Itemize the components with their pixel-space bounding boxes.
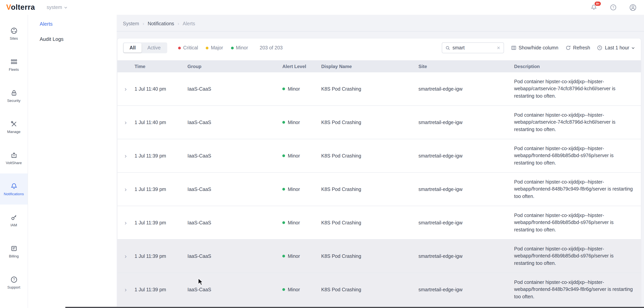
volterra-logo[interactable]: Volterra — [6, 3, 35, 12]
alert-level-text: Minor — [288, 186, 300, 192]
refresh-icon — [565, 45, 571, 50]
sidebar-item-sites[interactable]: Sites — [0, 18, 28, 49]
filter-all-button[interactable]: All — [124, 43, 142, 52]
logo-v-mark: V — [6, 3, 11, 12]
row-expand-chevron[interactable]: › — [120, 86, 134, 92]
row-expand-chevron[interactable]: › — [120, 186, 134, 192]
cell-site: smartretail-edge-igw — [418, 253, 514, 259]
table-row[interactable]: › 1 Jul 11:40 pm IaaS-CaaS Minor K8S Pod… — [118, 72, 641, 106]
cell-display-name: K8S Pod Crashing — [321, 120, 418, 125]
table-row[interactable]: › 1 Jul 11:39 pm IaaS-CaaS Minor K8S Pod… — [118, 206, 641, 240]
tools-icon — [10, 120, 18, 128]
cell-site: smartretail-edge-igw — [418, 153, 514, 158]
col-group[interactable]: Group — [188, 64, 282, 69]
cell-description: Pod container hipster-co-xijddjxp--hipst… — [514, 241, 635, 272]
chevron-down-icon — [632, 47, 635, 49]
table-row[interactable]: › 1 Jul 11:39 pm IaaS-CaaS Minor K8S Pod… — [118, 240, 641, 273]
cell-group: IaaS-CaaS — [188, 86, 282, 92]
sidebar-item-security[interactable]: Security — [0, 80, 28, 111]
breadcrumb-separator: › — [142, 21, 144, 26]
sidebar-item-fleets[interactable]: Fleets — [0, 49, 28, 80]
search-icon — [445, 45, 450, 50]
alerts-card: All Active Critical Major — [118, 38, 641, 308]
main-content: System › Notifications › Alerts All Acti… — [117, 15, 644, 308]
col-site[interactable]: Site — [418, 64, 514, 69]
filter-active-button[interactable]: Active — [142, 43, 166, 52]
question-circle-icon: ? — [10, 276, 18, 283]
notifications-bell-button[interactable]: 9+ — [590, 3, 598, 12]
table-row[interactable]: › 1 Jul 11:40 pm IaaS-CaaS Minor K8S Pod… — [118, 106, 641, 139]
sidebar-item-voltshare[interactable]: VoltShare — [0, 142, 28, 174]
cell-description: Pod container hipster-co-xijddjxp--hipst… — [514, 140, 635, 171]
row-expand-chevron[interactable]: › — [120, 220, 134, 226]
logo-text: olterra — [11, 3, 35, 12]
cell-time: 1 Jul 11:39 pm — [134, 253, 188, 259]
sidebar-item-support[interactable]: ? Support — [0, 267, 28, 298]
alert-level-text: Minor — [288, 86, 300, 92]
bell-icon — [10, 182, 18, 190]
sidebar-item-label: Sites — [10, 36, 18, 40]
toolbar-right: ✕ Show/hide column Refresh Last 1 h — [442, 42, 635, 53]
subnav-item-audit-logs[interactable]: Audit Logs — [40, 36, 117, 42]
user-menu-button[interactable] — [628, 3, 637, 12]
cell-display-name: K8S Pod Crashing — [321, 253, 418, 259]
legend-major: Major — [206, 45, 223, 50]
secondary-nav: Alerts Audit Logs — [28, 15, 117, 308]
alert-level-dot-icon — [282, 154, 285, 157]
time-range-selector[interactable]: Last 1 hour — [597, 45, 635, 50]
table-row[interactable]: › 1 Jul 11:39 pm IaaS-CaaS Minor K8S Pod… — [118, 139, 641, 173]
clear-search-icon[interactable]: ✕ — [497, 45, 500, 50]
cell-site: smartretail-edge-igw — [418, 86, 514, 92]
sites-icon — [10, 27, 18, 34]
show-hide-column-button[interactable]: Show/hide column — [511, 45, 558, 50]
alert-level-text: Minor — [288, 287, 300, 292]
sidebar-item-billing[interactable]: Billing — [0, 236, 28, 267]
breadcrumb-separator: › — [178, 21, 179, 26]
subnav-item-alerts[interactable]: Alerts — [40, 21, 117, 27]
row-expand-chevron[interactable]: › — [120, 119, 134, 126]
breadcrumb-alerts: Alerts — [183, 21, 195, 26]
breadcrumb: System › Notifications › Alerts — [117, 15, 644, 31]
sidebar-item-manage[interactable]: Manage — [0, 111, 28, 142]
cell-alert-level: Minor — [282, 86, 321, 92]
row-expand-chevron[interactable]: › — [120, 286, 134, 293]
refresh-button[interactable]: Refresh — [565, 45, 590, 50]
col-display-name[interactable]: Display Name — [321, 64, 418, 69]
cell-display-name: K8S Pod Crashing — [321, 153, 418, 158]
cell-display-name: K8S Pod Crashing — [321, 220, 418, 225]
cell-description: Pod container hipster-co-xijddjxp--hipst… — [514, 107, 635, 138]
cell-site: smartretail-edge-igw — [418, 120, 514, 125]
breadcrumb-notifications[interactable]: Notifications — [148, 21, 174, 26]
cell-time: 1 Jul 11:40 pm — [134, 120, 188, 125]
cell-site: smartretail-edge-igw — [418, 220, 514, 225]
search-input[interactable] — [452, 45, 494, 50]
cell-time: 1 Jul 11:39 pm — [134, 186, 188, 192]
row-expand-chevron[interactable]: › — [120, 153, 134, 159]
table-row[interactable]: › 1 Jul 11:39 pm IaaS-CaaS Minor K8S Pod… — [118, 273, 641, 306]
sidebar-item-iam[interactable]: IAM — [0, 204, 28, 236]
cell-display-name: K8S Pod Crashing — [321, 186, 418, 192]
cell-alert-level: Minor — [282, 220, 321, 225]
tenant-selector[interactable]: system — [47, 5, 67, 10]
breadcrumb-system[interactable]: System — [123, 21, 139, 26]
cell-description: Pod container hipster-co-xijddjxp--hipst… — [514, 74, 635, 104]
col-alert-level[interactable]: Alert Level — [282, 64, 321, 69]
col-time[interactable]: Time — [134, 64, 188, 69]
table-row[interactable]: › 1 Jul 11:39 pm IaaS-CaaS Minor K8S Pod… — [118, 173, 641, 206]
help-button[interactable]: ? — [609, 3, 618, 12]
row-expand-chevron[interactable]: › — [120, 253, 134, 259]
cell-alert-level: Minor — [282, 253, 321, 259]
help-icon: ? — [610, 4, 617, 11]
alert-level-dot-icon — [282, 188, 285, 190]
critical-dot-icon — [178, 46, 181, 49]
horizontal-scrollbar[interactable] — [65, 307, 644, 308]
cell-time: 1 Jul 11:39 pm — [134, 287, 188, 292]
sidebar-item-notifications[interactable]: Notifications — [0, 174, 28, 204]
share-box-icon — [10, 151, 18, 159]
alert-level-text: Minor — [288, 153, 300, 158]
icon-rail: Sites Fleets Security Manage VoltShare N… — [0, 15, 28, 308]
alert-level-dot-icon — [282, 288, 285, 291]
col-description[interactable]: Description — [514, 64, 635, 69]
sidebar-item-label: Manage — [7, 129, 20, 134]
search-box[interactable]: ✕ — [442, 42, 504, 53]
